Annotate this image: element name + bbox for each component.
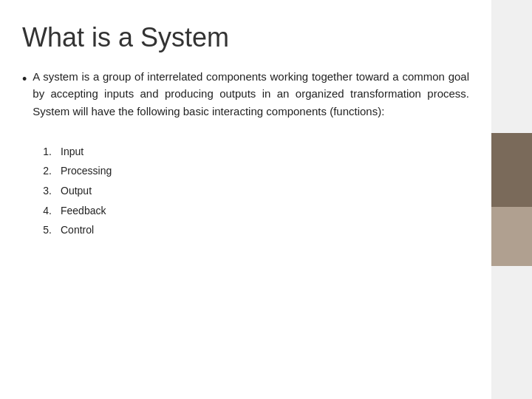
list-number-3: 3.	[37, 181, 52, 201]
sidebar-top	[491, 0, 532, 133]
right-sidebar	[491, 0, 532, 399]
list-item: 3. Output	[37, 181, 469, 201]
list-item: 5. Control	[37, 220, 469, 240]
list-number-1: 1.	[37, 142, 52, 162]
slide-title: What is a System	[22, 22, 469, 53]
content-area: What is a System • A system is a group o…	[0, 0, 491, 399]
sidebar-accent-top	[491, 133, 532, 207]
list-label-4: Feedback	[61, 201, 106, 221]
bullet-dot: •	[22, 69, 27, 90]
list-label-1: Input	[61, 142, 83, 162]
list-label-5: Control	[61, 220, 94, 240]
bullet-text: A system is a group of interrelated comp…	[33, 68, 469, 120]
list-label-2: Processing	[61, 161, 112, 181]
list-number-2: 2.	[37, 161, 52, 181]
list-item: 1. Input	[37, 142, 469, 162]
slide-container: What is a System • A system is a group o…	[0, 0, 532, 399]
list-label-3: Output	[61, 181, 92, 201]
sidebar-bottom	[491, 266, 532, 399]
bullet-point: • A system is a group of interrelated co…	[22, 68, 469, 120]
sidebar-accent-bottom	[491, 207, 532, 266]
list-item: 4. Feedback	[37, 201, 469, 221]
list-item: 2. Processing	[37, 161, 469, 181]
list-number-4: 4.	[37, 201, 52, 221]
numbered-list: 1. Input 2. Processing 3. Output 4. Feed…	[22, 142, 469, 240]
list-number-5: 5.	[37, 220, 52, 240]
